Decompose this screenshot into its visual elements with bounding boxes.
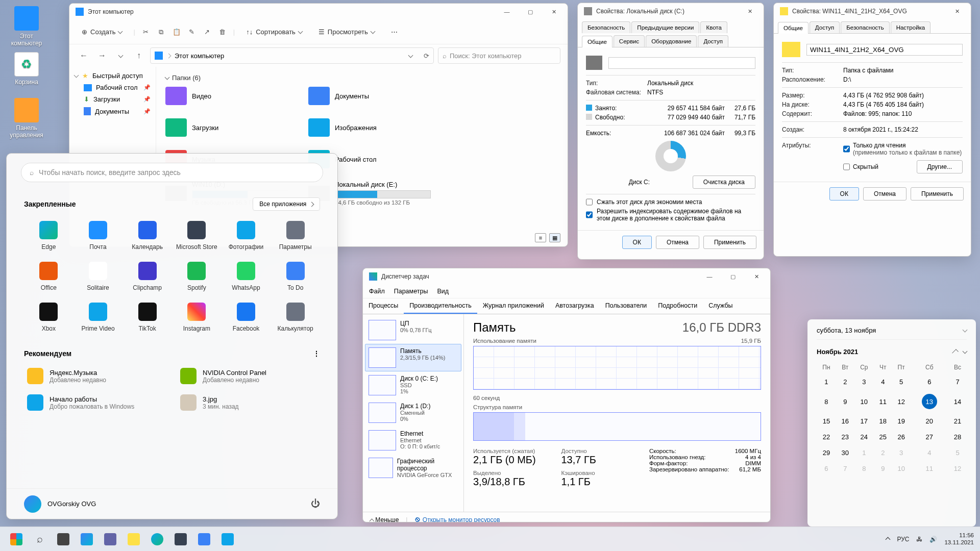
search-box[interactable]: ⌕Поиск: Этот компьютер [438, 47, 560, 64]
copy-icon[interactable]: ⧉ [157, 28, 166, 37]
calendar-day[interactable]: 11 [874, 390, 892, 413]
tm-tab[interactable]: Процессы [363, 298, 404, 314]
folder-item[interactable]: Изображения [308, 118, 431, 137]
more-button[interactable]: ⋯ [386, 25, 403, 39]
folders-group-header[interactable]: Папки (6) [165, 74, 558, 82]
language-indicator[interactable]: РУС [897, 536, 909, 543]
close-button[interactable]: ✕ [542, 4, 566, 20]
start-tile[interactable]: Instagram [172, 299, 222, 335]
calendar-day[interactable]: 1 [854, 445, 874, 461]
start-tile[interactable]: Spotify [172, 259, 222, 294]
tm-list-item[interactable]: Память2,3/15,9 ГБ (14%) [365, 344, 461, 371]
calendar-day[interactable]: 14 [948, 390, 967, 413]
minimize-button[interactable]: — [698, 268, 721, 285]
start-tile[interactable]: Xbox [24, 299, 74, 335]
calendar-day[interactable]: 3 [854, 374, 874, 390]
tab-security[interactable]: Безопасность [582, 21, 630, 33]
tab-hardware[interactable]: Оборудование [646, 35, 697, 47]
sidebar-item-desktop[interactable]: Рабочий стол📌 [69, 82, 156, 93]
tab-general[interactable]: Общие [582, 36, 612, 47]
menu-item[interactable]: Параметры [394, 288, 428, 295]
props-f-titlebar[interactable]: Свойства: WIN11_4IN1_21H2_X64_OVG✕ [774, 3, 971, 19]
start-search[interactable]: ⌕Чтобы начать поиск, введите запрос здес… [21, 163, 323, 182]
folder-item[interactable]: Видео [165, 87, 288, 105]
start-tile[interactable]: Facebook [222, 299, 271, 335]
menu-item[interactable]: Вид [437, 288, 449, 295]
tm-list-item[interactable]: ЦП0% 0,78 ГГц [365, 316, 461, 344]
calendar-day[interactable]: 11 [911, 461, 948, 477]
close-button[interactable]: ✕ [738, 3, 762, 19]
calendar-day[interactable]: 27 [911, 429, 948, 445]
tm-tab[interactable]: Службы [703, 298, 738, 314]
start-tile[interactable]: Фотографии [222, 218, 271, 254]
start-button[interactable] [6, 529, 27, 549]
app-button[interactable] [194, 529, 214, 549]
sort-button[interactable]: ↑↓ Сортировать [241, 25, 307, 39]
start-tile[interactable]: Календарь [122, 218, 172, 254]
ok-button[interactable]: ОК [622, 236, 652, 249]
sidebar-item-downloads[interactable]: ⬇Загрузки📌 [69, 93, 156, 105]
folder-item[interactable]: Документы [308, 87, 431, 105]
rename-icon[interactable]: ✎ [187, 28, 197, 37]
share-icon[interactable]: ↗ [203, 28, 212, 37]
minimize-button[interactable]: — [495, 4, 519, 20]
view-button[interactable]: ☰ Просмотреть [313, 25, 380, 39]
tab-tools[interactable]: Сервис [614, 35, 645, 47]
start-tile[interactable]: Solitaire [74, 259, 123, 294]
folder-item[interactable]: Загрузки [165, 118, 288, 137]
calendar-day[interactable]: 2 [874, 445, 892, 461]
start-tile[interactable]: Office [24, 259, 74, 294]
close-button[interactable]: ✕ [745, 268, 768, 285]
calendar-day[interactable]: 29 [817, 445, 836, 461]
tab-customize[interactable]: Настройка [891, 21, 931, 33]
calendar-day[interactable]: 12 [892, 390, 911, 413]
tab-general[interactable]: Общие [778, 22, 808, 34]
photos-button[interactable] [217, 529, 238, 549]
tm-tab[interactable]: Автозагрузка [550, 298, 600, 314]
calendar-day[interactable]: 2 [836, 374, 854, 390]
start-tile[interactable]: Microsoft Store [172, 218, 222, 254]
recent-button[interactable] [113, 48, 128, 63]
widgets-button[interactable] [77, 529, 97, 549]
tm-titlebar[interactable]: Диспетчер задач—▢✕ [363, 268, 770, 285]
compress-checkbox[interactable]: Сжать этот диск для экономии места [586, 198, 755, 206]
start-tile[interactable]: Почта [74, 218, 123, 254]
sidebar-item-quick-access[interactable]: ★Быстрый доступ [69, 70, 156, 82]
start-tile[interactable]: Clipchamp [122, 259, 172, 294]
calendar-day[interactable]: 1 [817, 374, 836, 390]
fewer-details-button[interactable]: Меньше [370, 516, 399, 522]
tm-list-item[interactable]: Диск 0 (C: E:)SSD1% [365, 371, 461, 399]
next-month[interactable] [963, 349, 968, 354]
calendar-day[interactable]: 19 [892, 413, 911, 429]
tm-tab[interactable]: Подробности [652, 298, 703, 314]
calendar-day[interactable]: 8 [817, 390, 836, 413]
cancel-button[interactable]: Отмена [863, 187, 906, 201]
close-button[interactable]: ✕ [945, 3, 969, 19]
cut-icon[interactable]: ✂ [141, 28, 151, 37]
calendar-day[interactable]: 28 [948, 429, 967, 445]
back-button[interactable]: ← [77, 48, 91, 63]
desktop-icon-control-panel[interactable]: Панель управления [7, 98, 46, 139]
tm-list-item[interactable]: Диск 1 (D:)Сменный0% [365, 399, 461, 427]
search-button[interactable]: ⌕ [30, 529, 50, 549]
start-tile[interactable]: To Do [271, 259, 320, 294]
explorer-titlebar[interactable]: Этот компьютер — ▢ ✕ [69, 4, 568, 20]
drive-label-input[interactable] [608, 57, 755, 69]
calendar-day[interactable]: 22 [817, 429, 836, 445]
tray-chevron[interactable] [886, 537, 891, 542]
tab-previous[interactable]: Предыдущие версии [631, 21, 699, 33]
calendar-day[interactable]: 6 [817, 461, 836, 477]
delete-icon[interactable]: 🗑 [218, 28, 227, 37]
start-tile[interactable]: WhatsApp [222, 259, 271, 294]
recommended-item[interactable]: Начало работыДобро пожаловать в Windows [24, 391, 167, 414]
tm-tab[interactable]: Журнал приложений [477, 298, 550, 314]
paste-icon[interactable]: 📋 [172, 28, 181, 37]
volume-icon[interactable]: 🔊 [929, 536, 937, 543]
calendar-day[interactable]: 7 [948, 374, 967, 390]
calendar-day[interactable]: 21 [948, 413, 967, 429]
hidden-checkbox[interactable]: Скрытый [843, 163, 878, 170]
power-button[interactable]: ⏻ [311, 498, 320, 509]
folder-name-input[interactable] [806, 44, 963, 56]
calendar-day[interactable]: 9 [874, 461, 892, 477]
calendar-day[interactable]: 25 [874, 429, 892, 445]
